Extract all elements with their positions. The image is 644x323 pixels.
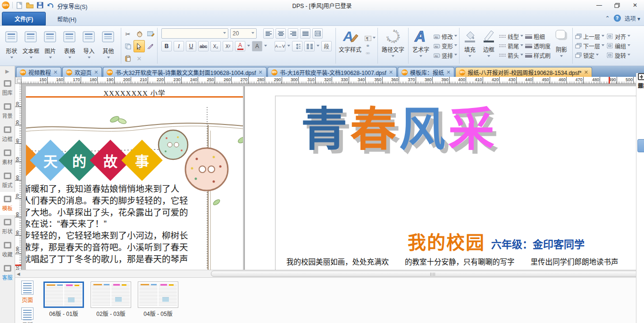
- text-frame-icon[interactable]: ¶: [364, 35, 371, 41]
- page-viewport[interactable]: XXXXXXXX 小学: [22, 84, 636, 270]
- font-size-combobox[interactable]: 20: [230, 28, 257, 39]
- article-body-row[interactable]: 我的校园美丽如画，处处充满欢的教室十分安静，只有唰唰的写字里传出同学们郎朗地读书…: [286, 256, 636, 266]
- right-page[interactable]: 青春风采 我的校园 六年级：金印客同学 我的校园美丽如画，处处充满欢的教室十分安…: [244, 86, 636, 270]
- superscript-button[interactable]: X²: [223, 41, 233, 51]
- arrange-option[interactable]: 对齐: [606, 33, 630, 41]
- article-byline[interactable]: 六年级：金印客同学: [491, 236, 585, 251]
- sidebar-item[interactable]: 素材: [0, 146, 15, 169]
- word-art-option[interactable]: Ab 竖排: [433, 51, 457, 59]
- document-tab[interactable]: DPS 模板库：报纸 ✕: [398, 67, 454, 77]
- insert-button[interactable]: 形状: [2, 27, 21, 64]
- document-tab[interactable]: DPS 视频教程 ✕: [16, 67, 61, 77]
- insert-button[interactable]: 其他: [99, 27, 118, 64]
- master-pages-icon[interactable]: [21, 307, 33, 320]
- insert-button[interactable]: 导入: [79, 27, 99, 64]
- page-thumbnail[interactable]: 06版 - 01版: [43, 282, 84, 317]
- document-tab[interactable]: DPS 欢迎页 ✕: [62, 67, 102, 77]
- paste-icon[interactable]: [122, 52, 134, 65]
- close-tab-icon[interactable]: ✕: [53, 69, 58, 75]
- line-style-option[interactable]: 粗细: [525, 33, 551, 41]
- scroll-left-arrow[interactable]: ◀: [15, 271, 22, 277]
- options-menu[interactable]: 选项 ▾: [625, 14, 640, 22]
- cut-icon[interactable]: ✂: [122, 28, 134, 40]
- copy-icon[interactable]: [122, 40, 134, 52]
- picture-edit-icon[interactable]: [145, 28, 156, 40]
- line-style-option[interactable]: 透明度: [525, 42, 551, 50]
- document-tab[interactable]: DPS 书-大16开软皮平装-文档190628-1007.dpsf ✕: [268, 67, 397, 77]
- scrollbar-thumb[interactable]: [211, 271, 644, 277]
- arrange-option[interactable]: 锁定: [575, 51, 604, 59]
- font-color-button[interactable]: A: [235, 41, 245, 51]
- char-spacing-button[interactable]: A↔V: [275, 41, 285, 51]
- word-art-button[interactable]: A 艺术字: [410, 26, 432, 66]
- arrange-option[interactable]: 编组: [606, 42, 630, 50]
- columns-button[interactable]: [304, 41, 315, 51]
- horizontal-scrollbar[interactable]: ◀: [15, 270, 636, 277]
- left-page[interactable]: XXXXXXXX 小学: [26, 86, 243, 270]
- shadow-button[interactable]: 阴影: [552, 26, 571, 66]
- insert-button[interactable]: 文本框: [21, 27, 41, 64]
- insert-button[interactable]: 表格: [60, 27, 79, 64]
- select-cursor-icon[interactable]: [134, 40, 145, 52]
- highlight-color-button[interactable]: A: [252, 41, 262, 51]
- path-text-button[interactable]: abcabcabcabc 路径文字: [379, 26, 407, 66]
- minimize-button[interactable]: —: [590, 0, 608, 10]
- vertical-scrollbar-thumb[interactable]: [637, 139, 644, 152]
- document-tab[interactable]: DPS 书-大32开软皮平装-诗集散文文集封面190628-1004.dpsf …: [103, 67, 266, 77]
- help-icon[interactable]: ?: [614, 15, 621, 22]
- menu-tab[interactable]: 分享导出(S): [46, 0, 99, 13]
- page-thumbnail[interactable]: 02版 - 03版: [91, 282, 131, 317]
- insert-button[interactable]: 图片: [41, 27, 60, 64]
- page-thumbnail[interactable]: 04版 - 05版: [138, 282, 178, 317]
- sidebar-item[interactable]: 版式: [0, 169, 15, 192]
- restore-button[interactable]: [608, 0, 626, 10]
- line-style-option[interactable]: 箭头: [499, 51, 523, 59]
- pages-icon[interactable]: [21, 281, 33, 295]
- arrange-option[interactable]: 下一层: [575, 42, 604, 50]
- line-style-option[interactable]: 箭尾: [499, 42, 523, 50]
- article-title[interactable]: 我的校园: [408, 228, 485, 254]
- close-tab-icon[interactable]: ✕: [94, 69, 98, 75]
- close-tab-icon[interactable]: ✕: [259, 69, 263, 75]
- bold-button[interactable]: B: [161, 41, 172, 51]
- sidebar-item[interactable]: 模板: [0, 192, 15, 215]
- strikethrough-button[interactable]: abc: [198, 41, 209, 51]
- link-icon[interactable]: ⚭: [364, 43, 371, 49]
- close-tab-icon[interactable]: ✕: [389, 69, 393, 75]
- pan-hand-icon[interactable]: [134, 28, 145, 40]
- fill-button[interactable]: 填充: [460, 26, 479, 66]
- text-style-button[interactable]: A 文字样式: [337, 26, 363, 66]
- sidebar-item[interactable]: 收藏: [0, 238, 15, 261]
- close-button[interactable]: ✕: [626, 0, 644, 10]
- align-center-icon[interactable]: [276, 28, 286, 39]
- font-name-combobox[interactable]: [161, 28, 228, 39]
- paragraph-button[interactable]: 段: [321, 41, 332, 51]
- right-tool-button[interactable]: 分享: [638, 73, 644, 89]
- sidebar-item[interactable]: 背景: [0, 99, 15, 123]
- sidebar-item[interactable]: 边框: [0, 123, 15, 146]
- underline-button[interactable]: U: [186, 41, 196, 51]
- vertical-text-icon[interactable]: [312, 28, 323, 39]
- close-tab-icon[interactable]: ✕: [446, 69, 451, 75]
- file-menu-button[interactable]: 文件(F): [2, 12, 46, 25]
- italic-button[interactable]: I: [174, 41, 184, 51]
- format-pen-icon[interactable]: [145, 40, 156, 52]
- arrange-option[interactable]: 上一层: [575, 33, 604, 41]
- unlink-icon[interactable]: ⚮: [364, 50, 371, 57]
- align-right-icon[interactable]: [288, 28, 298, 39]
- delete-icon[interactable]: ✕: [134, 52, 145, 65]
- close-tab-icon[interactable]: ✕: [584, 69, 588, 75]
- sidebar-item[interactable]: 形状: [0, 215, 15, 238]
- document-tab[interactable]: DPS 报纸-八开报对折-校园周报190628-1534.dpsf* ✕: [455, 67, 592, 77]
- sidebar-collapse-icon[interactable]: ▶: [5, 66, 9, 76]
- word-art-option[interactable]: Ab 变形: [433, 42, 457, 50]
- collapse-ribbon-icon[interactable]: ⌃: [605, 15, 610, 22]
- subscript-button[interactable]: X₂: [210, 41, 221, 51]
- align-justify-icon[interactable]: [300, 28, 310, 39]
- line-style-option[interactable]: 线型: [499, 33, 523, 41]
- sidebar-item[interactable]: 客服: [0, 261, 15, 284]
- word-art-option[interactable]: Ab 修改: [433, 33, 457, 41]
- arrange-option[interactable]: 旋转: [606, 51, 630, 59]
- line-spacing-button[interactable]: [292, 41, 302, 51]
- sidebar-item[interactable]: 图库: [0, 76, 15, 99]
